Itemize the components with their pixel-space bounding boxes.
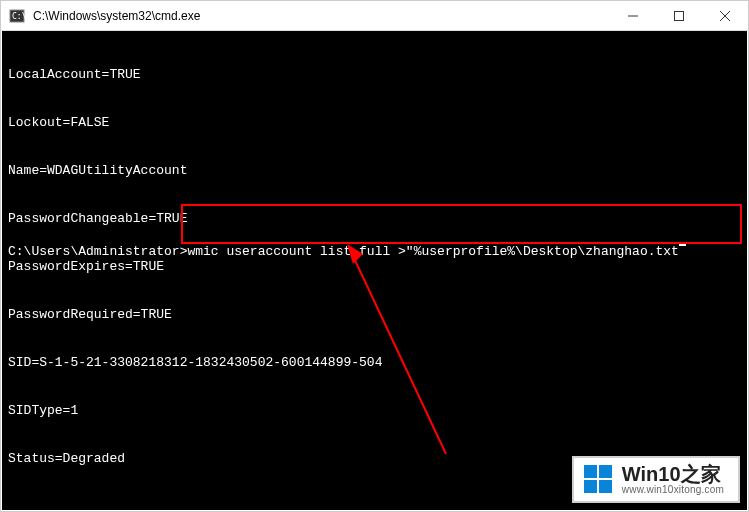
output-line: SID=S-1-5-21-3308218312-1832430502-60014…: [8, 355, 741, 371]
terminal-area[interactable]: LocalAccount=TRUE Lockout=FALSE Name=WDA…: [2, 31, 747, 510]
cmd-icon: C:\: [9, 8, 25, 24]
svg-text:C:\: C:\: [12, 12, 25, 21]
maximize-button[interactable]: [656, 1, 702, 30]
watermark-title: Win10之家: [622, 464, 724, 485]
titlebar: C:\ C:\Windows\system32\cmd.exe: [1, 1, 748, 31]
output-line: SIDType=1: [8, 403, 741, 419]
minimize-button[interactable]: [610, 1, 656, 30]
output-line: PasswordRequired=TRUE: [8, 307, 741, 323]
output-line: PasswordExpires=TRUE: [8, 259, 741, 275]
prompt-line: C:\Users\Administrator>wmic useraccount …: [8, 244, 686, 260]
prompt: C:\Users\Administrator>: [8, 244, 187, 260]
window-title: C:\Windows\system32\cmd.exe: [33, 9, 610, 23]
output-line: Lockout=FALSE: [8, 115, 741, 131]
output-line: LocalAccount=TRUE: [8, 67, 741, 83]
watermark-url: www.win10xitong.com: [622, 485, 724, 496]
watermark: Win10之家 www.win10xitong.com: [572, 456, 740, 504]
close-button[interactable]: [702, 1, 748, 30]
window-controls: [610, 1, 748, 30]
output-line: Name=WDAGUtilityAccount: [8, 163, 741, 179]
output-line: PasswordChangeable=TRUE: [8, 211, 741, 227]
svg-rect-3: [675, 11, 684, 20]
command-text: wmic useraccount list full >"%userprofil…: [187, 244, 678, 260]
windows-logo-icon: [584, 465, 612, 493]
text-cursor: [679, 244, 686, 246]
